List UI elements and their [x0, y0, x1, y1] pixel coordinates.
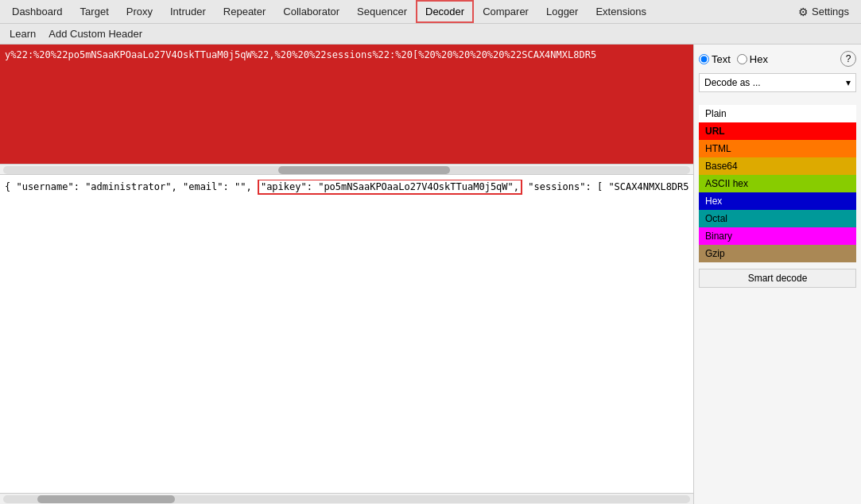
option-url[interactable]: URL [699, 122, 856, 140]
nav-proxy[interactable]: Proxy [118, 0, 161, 23]
top-nav: Dashboard Target Proxy Intruder Repeater… [0, 0, 861, 24]
decoded-text-prefix: { "username": "administrator", "email": … [5, 181, 252, 192]
decoded-area: { "username": "administrator", "email": … [0, 175, 693, 493]
nav-decoder[interactable]: Decoder [416, 0, 474, 23]
nav-logger[interactable]: Logger [537, 0, 587, 23]
nav-target[interactable]: Target [72, 0, 118, 23]
bottom-scrollbar-thumb[interactable] [37, 495, 175, 503]
option-plain[interactable]: Plain [699, 105, 856, 122]
hex-radio[interactable] [737, 54, 747, 64]
nav-dashboard[interactable]: Dashboard [3, 0, 72, 23]
left-panel: { "username": "administrator", "email": … [0, 45, 694, 504]
option-ascii-hex[interactable]: ASCII hex [699, 175, 856, 192]
gear-icon: ⚙ [798, 6, 809, 18]
option-base64[interactable]: Base64 [699, 157, 856, 175]
decoded-line-1: { "username": "administrator", "email": … [5, 180, 688, 195]
nav-repeater[interactable]: Repeater [215, 0, 274, 23]
option-gzip[interactable]: Gzip [699, 245, 856, 262]
sub-nav: Learn Add Custom Header [0, 24, 861, 45]
nav-intruder[interactable]: Intruder [161, 0, 215, 23]
decoded-highlight-box: "apikey": "po5mNSaaKPOaaLo27V4OskTTuaM0j… [258, 180, 522, 195]
scrollbar-thumb[interactable] [278, 166, 450, 174]
text-radio-text: Text [712, 53, 731, 65]
decode-as-dropdown[interactable]: Decode as ... ▾ [699, 73, 856, 92]
nav-sequencer[interactable]: Sequencer [348, 0, 416, 23]
hex-radio-text: Hex [750, 53, 768, 65]
main-content: { "username": "administrator", "email": … [0, 45, 861, 504]
spacer [699, 95, 856, 99]
right-panel: Text Hex ? Decode as ... ▾ Plain URL HTM… [694, 45, 861, 504]
decode-options-list: Plain URL HTML Base64 ASCII hex Hex Octa… [699, 105, 856, 262]
radio-row: Text Hex ? [699, 51, 856, 67]
subnav-add-custom-header[interactable]: Add Custom Header [42, 25, 149, 42]
text-radio[interactable] [699, 54, 709, 64]
nav-settings[interactable]: ⚙ Settings [789, 0, 858, 23]
option-octal[interactable]: Octal [699, 210, 856, 227]
help-button[interactable]: ? [840, 51, 856, 67]
decoded-text-suffix: "sessions": [ "SCAX4NMXL8DR5kslyr [528, 181, 688, 192]
subnav-learn[interactable]: Learn [3, 25, 42, 42]
text-radio-label[interactable]: Text [699, 53, 731, 65]
decode-as-label: Decode as ... [704, 77, 761, 88]
top-scrollbar[interactable] [0, 164, 693, 175]
chevron-down-icon: ▾ [846, 77, 851, 88]
bottom-scrollbar[interactable] [0, 493, 693, 504]
smart-decode-button[interactable]: Smart decode [699, 269, 856, 288]
nav-comparer[interactable]: Comparer [474, 0, 537, 23]
nav-collaborator[interactable]: Collaborator [274, 0, 348, 23]
nav-extensions[interactable]: Extensions [587, 0, 655, 23]
scrollbar-track [3, 166, 690, 174]
option-html[interactable]: HTML [699, 140, 856, 157]
encoded-area [0, 45, 693, 164]
encoded-input[interactable] [0, 45, 693, 164]
hex-radio-label[interactable]: Hex [737, 53, 768, 65]
option-binary[interactable]: Binary [699, 227, 856, 245]
option-hex[interactable]: Hex [699, 192, 856, 210]
bottom-scrollbar-track [3, 495, 690, 503]
